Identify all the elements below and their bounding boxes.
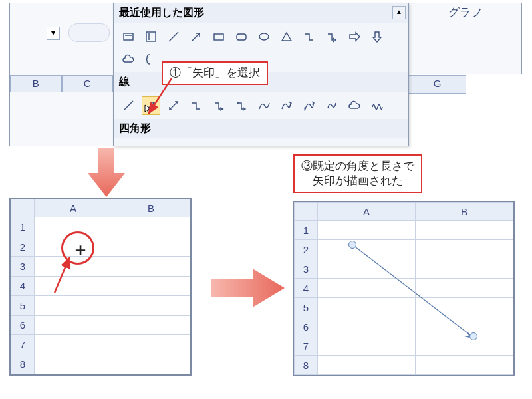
shape-handle-start[interactable] (348, 241, 356, 249)
section-recent-shapes: 最近使用した図形 (114, 3, 408, 23)
select-all-right[interactable] (295, 203, 318, 221)
svg-rect-6 (214, 34, 223, 40)
shape-triangle-icon[interactable] (277, 27, 296, 46)
row-7-right[interactable]: 7 (295, 336, 318, 356)
line-plain-icon[interactable] (119, 96, 138, 115)
cell[interactable] (112, 217, 190, 237)
row-8-right[interactable]: 8 (295, 356, 318, 375)
svg-marker-16 (88, 148, 125, 197)
row-5-left[interactable]: 5 (11, 296, 35, 315)
line-curve-dbl-icon[interactable] (300, 96, 319, 115)
row-1-left[interactable]: 1 (11, 217, 35, 237)
row-5-right[interactable]: 5 (295, 298, 318, 317)
svg-marker-11 (373, 32, 381, 42)
cell[interactable] (35, 354, 112, 374)
cell[interactable] (112, 257, 190, 276)
cell[interactable] (112, 315, 190, 334)
row-4-left[interactable]: 4 (11, 276, 35, 295)
select-all-left[interactable] (11, 200, 35, 217)
worksheet-left[interactable]: A B 1 2 3 4 5 6 7 8 (9, 198, 192, 376)
row-3-right[interactable]: 3 (295, 259, 318, 279)
svg-line-5 (192, 33, 200, 41)
cell[interactable] (112, 354, 190, 374)
line-elbow-arrow-icon[interactable] (209, 96, 228, 115)
ribbon-right-fragment: グラフ G (408, 3, 522, 74)
shape-ellipse-icon[interactable] (255, 27, 273, 46)
col-A-left[interactable]: A (35, 200, 112, 217)
cell[interactable] (112, 276, 190, 295)
cell[interactable] (112, 335, 190, 354)
shape-elbow-icon[interactable] (300, 27, 319, 46)
shape-block-arrow-down-icon[interactable] (368, 27, 386, 46)
col-B-right[interactable]: B (416, 203, 513, 221)
callout-1: ①「矢印」を選択 (162, 61, 268, 85)
row-1-right[interactable]: 1 (295, 221, 318, 240)
shape-line-icon[interactable] (164, 27, 183, 46)
row-6-right[interactable]: 6 (295, 317, 318, 336)
shape-arrow-icon[interactable] (187, 27, 205, 46)
shape-textbox-icon[interactable] (119, 27, 138, 46)
line-freeform-open-icon[interactable] (323, 96, 341, 115)
cell[interactable] (112, 296, 190, 315)
ribbon-dropdown[interactable]: ▾ (47, 27, 60, 40)
line-elbow-dbl-icon[interactable] (232, 96, 251, 115)
svg-line-12 (124, 101, 133, 110)
row-2-right[interactable]: 2 (295, 240, 318, 259)
svg-rect-2 (146, 32, 156, 41)
cell[interactable] (416, 356, 513, 375)
cell[interactable] (35, 296, 112, 315)
row-7-left[interactable]: 7 (11, 335, 35, 354)
ribbon-pill[interactable] (68, 23, 110, 42)
line-scribble-icon[interactable] (368, 96, 386, 115)
callout-3-line1: ③既定の角度と長さで (301, 160, 414, 172)
callout-3: ③既定の角度と長さで 矢印が描画された (293, 154, 422, 193)
svg-rect-0 (124, 33, 133, 40)
line-curve-arrow-icon[interactable] (277, 96, 296, 115)
svg-marker-10 (350, 33, 360, 41)
shape-cloud-icon[interactable] (119, 50, 138, 68)
row-2-left[interactable]: 2 (11, 237, 35, 256)
row-4-right[interactable]: 4 (295, 279, 318, 298)
shape-handle-end[interactable] (469, 332, 477, 340)
svg-marker-9 (282, 33, 291, 41)
cell[interactable] (318, 356, 416, 375)
cell[interactable] (35, 335, 112, 354)
line-freeform-closed-icon[interactable] (345, 96, 364, 115)
flow-arrow-down-icon (86, 148, 126, 197)
line-curve-icon[interactable] (255, 96, 273, 115)
shape-rect-icon[interactable] (209, 27, 228, 46)
cell[interactable] (416, 221, 513, 240)
col-header-B[interactable]: B (10, 75, 62, 92)
ribbon-group-graph[interactable]: グラフ (408, 3, 521, 22)
row-6-left[interactable]: 6 (11, 315, 35, 334)
shape-textbox-vert-icon[interactable] (142, 27, 160, 46)
col-B-left[interactable]: B (112, 200, 190, 217)
svg-rect-7 (237, 34, 246, 40)
cell[interactable] (35, 276, 112, 295)
cell[interactable] (318, 221, 416, 240)
line-elbow-icon[interactable] (187, 96, 205, 115)
callout-3-line2: 矢印が描画された (313, 174, 403, 187)
svg-point-8 (259, 33, 269, 40)
red-indicator-circle (61, 231, 94, 265)
col-header-G[interactable]: G (408, 75, 466, 94)
shape-roundrect-icon[interactable] (232, 27, 251, 46)
flow-arrow-right-icon (211, 267, 285, 309)
line-double-arrow-icon[interactable] (164, 96, 183, 115)
svg-line-15 (170, 102, 178, 110)
col-A-right[interactable]: A (318, 203, 416, 221)
shape-elbow-arrow-icon[interactable] (323, 27, 341, 46)
lines-row (114, 92, 408, 119)
cell[interactable] (112, 237, 190, 256)
col-header-C[interactable]: C (62, 75, 114, 92)
ribbon-left-fragment: ▾ B C (9, 3, 113, 146)
shape-brace-icon[interactable] (142, 50, 160, 68)
svg-line-4 (169, 32, 178, 41)
shape-block-arrow-right-icon[interactable] (345, 27, 364, 46)
row-3-left[interactable]: 3 (11, 257, 35, 276)
cell[interactable] (35, 315, 112, 334)
svg-marker-14 (145, 105, 152, 114)
gallery-scroll-up[interactable]: ▲ (392, 6, 406, 19)
row-8-left[interactable]: 8 (11, 354, 35, 374)
line-arrow-icon[interactable] (142, 96, 160, 115)
